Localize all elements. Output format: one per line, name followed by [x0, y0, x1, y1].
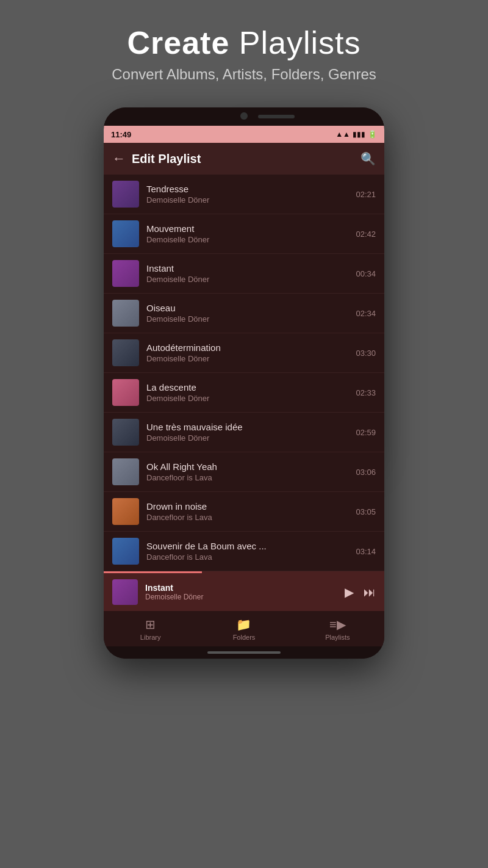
back-button[interactable]: ←	[112, 151, 126, 167]
song-duration: 02:42	[356, 230, 376, 239]
nav-folders-label: Folders	[233, 634, 256, 641]
nav-library-label: Library	[140, 634, 161, 641]
wifi-icon: ▲▲	[336, 130, 350, 139]
camera	[240, 112, 248, 120]
status-time: 11:49	[111, 130, 131, 139]
next-button[interactable]: ⏭	[364, 585, 376, 599]
speaker	[258, 115, 295, 118]
page-title: Create Playlists	[112, 24, 376, 61]
song-artist: Demoiselle Döner	[146, 314, 348, 324]
bottom-nav: ⊞ Library 📁 Folders ≡▶ Playlists	[104, 611, 384, 646]
song-info: Drown in noise Dancefloor is Lava	[146, 501, 348, 522]
song-duration: 02:34	[356, 309, 376, 318]
song-thumb	[112, 498, 139, 525]
song-item[interactable]: Autodétermination Demoiselle Döner 03:30	[104, 333, 384, 373]
song-info: Tendresse Demoiselle Döner	[146, 184, 348, 204]
song-info: Souvenir de La Boum avec ... Dancefloor …	[146, 541, 348, 562]
song-item[interactable]: Mouvement Demoiselle Döner 02:42	[104, 214, 384, 254]
home-indicator	[104, 646, 384, 659]
song-info: Mouvement Demoiselle Döner	[146, 223, 348, 244]
toolbar-title: Edit Playlist	[132, 152, 354, 166]
song-artist: Dancefloor is Lava	[146, 473, 348, 482]
song-title: La descente	[146, 382, 348, 392]
song-item[interactable]: Souvenir de La Boum avec ... Dancefloor …	[104, 532, 384, 571]
signal-icon: ▮▮▮	[353, 130, 365, 139]
nav-playlists-label: Playlists	[325, 634, 350, 641]
phone-main: 11:49 ▲▲ ▮▮▮ 🔋 ← Edit Playlist 🔍 Tendres…	[104, 107, 384, 659]
song-thumb	[112, 458, 139, 485]
song-item[interactable]: Une très mauvaise idée Demoiselle Döner …	[104, 413, 384, 452]
song-duration: 02:59	[356, 428, 376, 437]
song-info: Autodétermination Demoiselle Döner	[146, 342, 348, 363]
nav-folders[interactable]: 📁 Folders	[197, 617, 290, 641]
song-title: Une très mauvaise idée	[146, 422, 348, 432]
song-info: Ok All Right Yeah Dancefloor is Lava	[146, 461, 348, 482]
song-artist: Demoiselle Döner	[146, 195, 348, 204]
song-info: Instant Demoiselle Döner	[146, 263, 348, 284]
song-duration: 00:34	[356, 269, 376, 278]
song-artist: Demoiselle Döner	[146, 235, 348, 244]
song-info: Une très mauvaise idée Demoiselle Döner	[146, 422, 348, 443]
song-item[interactable]: La descente Demoiselle Döner 02:33	[104, 373, 384, 413]
song-info: La descente Demoiselle Döner	[146, 382, 348, 403]
page-subtitle: Convert Albums, Artists, Folders, Genres	[112, 66, 376, 83]
song-artist: Demoiselle Döner	[146, 433, 348, 443]
search-button[interactable]: 🔍	[361, 151, 376, 166]
song-artist: Demoiselle Döner	[146, 275, 348, 284]
song-thumb	[112, 181, 139, 208]
song-artist: Dancefloor is Lava	[146, 552, 348, 562]
status-bar: 11:49 ▲▲ ▮▮▮ 🔋	[104, 126, 384, 143]
song-item[interactable]: Oiseau Demoiselle Döner 02:34	[104, 294, 384, 333]
song-thumb	[112, 538, 139, 565]
song-duration: 03:06	[356, 468, 376, 477]
song-thumb	[112, 260, 139, 287]
song-item[interactable]: Tendresse Demoiselle Döner 02:21	[104, 175, 384, 214]
song-thumb	[112, 300, 139, 327]
song-thumb	[112, 339, 139, 366]
song-duration: 03:05	[356, 507, 376, 516]
nav-playlists[interactable]: ≡▶ Playlists	[291, 617, 384, 641]
now-playing-artist: Demoiselle Döner	[145, 593, 337, 601]
battery-icon: 🔋	[368, 130, 377, 139]
now-playing-thumb	[112, 579, 138, 605]
song-item[interactable]: Drown in noise Dancefloor is Lava 03:05	[104, 492, 384, 532]
song-title: Autodétermination	[146, 342, 348, 353]
song-title: Mouvement	[146, 223, 348, 234]
song-thumb	[112, 379, 139, 406]
song-duration: 03:14	[356, 547, 376, 556]
song-duration: 02:33	[356, 388, 376, 397]
song-thumb	[112, 419, 139, 446]
status-icons: ▲▲ ▮▮▮ 🔋	[336, 130, 377, 139]
now-playing-info: Instant Demoiselle Döner	[145, 583, 337, 601]
song-title: Souvenir de La Boum avec ...	[146, 541, 348, 551]
song-list: Tendresse Demoiselle Döner 02:21 Mouveme…	[104, 175, 384, 571]
nav-library[interactable]: ⊞ Library	[104, 617, 197, 641]
app-toolbar: ← Edit Playlist 🔍	[104, 143, 384, 175]
song-info: Oiseau Demoiselle Döner	[146, 303, 348, 324]
now-playing-title: Instant	[145, 583, 337, 593]
song-artist: Dancefloor is Lava	[146, 513, 348, 522]
song-title: Oiseau	[146, 303, 348, 313]
library-icon: ⊞	[145, 617, 156, 632]
song-title: Instant	[146, 263, 348, 273]
song-thumb	[112, 220, 139, 247]
song-item[interactable]: Instant Demoiselle Döner 00:34	[104, 254, 384, 294]
play-button[interactable]: ▶	[345, 585, 354, 599]
song-artist: Demoiselle Döner	[146, 394, 348, 403]
phones-container: 11:49 ▲▲ ▮▮▮ 🔋 ← Edit Playlist 🔍 Tendres…	[104, 107, 384, 659]
song-artist: Demoiselle Döner	[146, 354, 348, 363]
header-section: Create Playlists Convert Albums, Artists…	[112, 24, 376, 83]
folders-icon: 📁	[236, 617, 251, 632]
now-playing-bar[interactable]: Instant Demoiselle Döner ▶ ⏭	[104, 573, 384, 611]
song-duration: 03:30	[356, 349, 376, 358]
song-item[interactable]: Ok All Right Yeah Dancefloor is Lava 03:…	[104, 452, 384, 492]
phone-top-bezel	[104, 107, 384, 126]
song-title: Ok All Right Yeah	[146, 461, 348, 472]
song-title: Tendresse	[146, 184, 348, 194]
home-bar	[207, 651, 281, 654]
playlists-icon: ≡▶	[329, 617, 346, 632]
now-playing-controls: ▶ ⏭	[345, 585, 376, 599]
song-duration: 02:21	[356, 190, 376, 199]
song-title: Drown in noise	[146, 501, 348, 512]
